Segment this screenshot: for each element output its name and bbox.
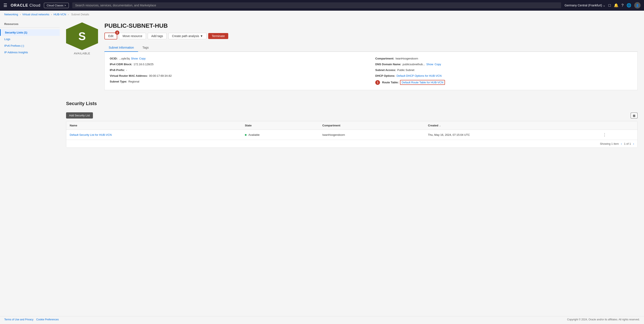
pagination-prev[interactable]: ‹ xyxy=(621,142,622,145)
table-header-row: Name State Compartment Created ⌄ xyxy=(66,121,638,130)
ocid-copy-link[interactable]: Copy xyxy=(139,57,146,60)
right-panel: S AVAILABLE PUBLIC-SUBNET-HUB Edit 2 Mov… xyxy=(60,18,644,316)
hamburger-icon[interactable]: ☰ xyxy=(4,3,7,8)
search-input[interactable] xyxy=(72,2,561,8)
info-col-left: OCID: ...uybr3q Show Copy IPv4 CIDR Bloc… xyxy=(110,57,367,85)
action-buttons: Edit 2 Move resource Add tags Create pat… xyxy=(104,32,638,40)
security-list-header: Security Lists xyxy=(66,101,638,110)
sidebar-item-security-lists[interactable]: Security Lists (1) xyxy=(0,29,60,36)
compartment-row: Compartment: IwanHoogendoorn xyxy=(375,57,632,60)
sidebar-item-ip-address-insights[interactable]: IP Address Insights xyxy=(0,49,60,56)
dns-show-link[interactable]: Show xyxy=(426,63,434,66)
cell-name: Default Security List for HUB-VCN xyxy=(66,130,242,140)
add-security-list-button[interactable]: Add Security List xyxy=(66,112,93,118)
route-table-badge: 1 xyxy=(375,80,380,85)
table-view-toggle[interactable]: ▦ xyxy=(630,112,638,118)
ocid-show-link[interactable]: Show xyxy=(131,57,138,60)
tab-tags[interactable]: Tags xyxy=(138,44,153,52)
ipv4-row: IPv4 CIDR Block: 172.16.0.128/25 xyxy=(110,63,367,66)
ocid-row: OCID: ...uybr3q Show Copy xyxy=(110,57,367,60)
dns-row: DNS Domain Name: publicsubnethub... Show… xyxy=(375,63,632,66)
info-grid: OCID: ...uybr3q Show Copy IPv4 CIDR Bloc… xyxy=(110,57,632,85)
help-icon[interactable]: ? xyxy=(622,3,624,8)
cookie-link[interactable]: Cookie Preferences xyxy=(36,318,58,321)
edit-badge: 2 xyxy=(115,30,119,35)
route-table-highlight: Default Route Table for HUB-VCN xyxy=(400,80,445,85)
breadcrumb-hub-vcn[interactable]: HUB-VCN xyxy=(54,13,66,16)
chevron-down-icon: ⌄ xyxy=(603,4,606,7)
sidebar-item-ipv6-prefixes[interactable]: IPv6 Prefixes (-) xyxy=(0,42,60,49)
footer-right: Copyright © 2024, Oracle and/or its affi… xyxy=(567,318,640,321)
pagination-next[interactable]: › xyxy=(633,142,634,145)
dropdown-arrow-icon: ▼ xyxy=(200,34,203,38)
breadcrumb-sep3: › xyxy=(68,13,70,16)
subnet-type-row: Subnet Type: Regional xyxy=(110,80,367,83)
col-compartment: Compartment xyxy=(319,121,425,130)
hex-container: S AVAILABLE xyxy=(66,22,98,55)
top-navigation: ☰ ORACLE Cloud Cloud Classic > Germany C… xyxy=(0,0,644,11)
oracle-logo: ORACLE Cloud xyxy=(11,3,40,8)
breadcrumb-sep1: › xyxy=(20,13,22,16)
resource-hexagon-icon: S xyxy=(66,22,98,50)
edit-button-wrapper: Edit 2 xyxy=(104,32,117,40)
sort-icon: ⌄ xyxy=(439,124,441,127)
sidebar-resources-title: Resources xyxy=(0,22,60,28)
col-state: State xyxy=(242,121,319,130)
move-resource-button[interactable]: Move resource xyxy=(119,33,146,39)
row-action-menu[interactable]: ⋮ xyxy=(603,132,606,137)
terminate-button[interactable]: Terminate xyxy=(208,33,228,39)
mac-row: Virtual Router MAC Address: 00:00:17:69:… xyxy=(110,74,367,78)
nav-right: Germany Central (Frankfurt) ⌄ □ 🔔 ? 🌐 👤 xyxy=(564,2,640,8)
security-lists-section: Security Lists Add Security List ▦ Name xyxy=(66,101,638,148)
security-lists-table-wrapper: Name State Compartment Created ⌄ xyxy=(66,121,638,148)
col-actions xyxy=(599,121,638,130)
breadcrumb-networking[interactable]: Networking xyxy=(4,13,18,16)
cloud-classic-button[interactable]: Cloud Classic > xyxy=(44,3,69,8)
cloud-shell-icon[interactable]: □ xyxy=(608,3,611,8)
create-path-analysis-button[interactable]: Create path analysis ▼ xyxy=(168,33,207,39)
avatar[interactable]: 👤 xyxy=(634,2,640,8)
add-tags-button[interactable]: Add tags xyxy=(148,33,167,39)
status-dot-icon xyxy=(245,134,246,136)
notification-icon[interactable]: 🔔 xyxy=(614,3,618,8)
cell-row-action: ⋮ xyxy=(599,130,638,140)
table-row: Default Security List for HUB-VCN Availa… xyxy=(66,130,638,140)
footer-left: Terms of Use and Privacy Cookie Preferen… xyxy=(4,318,58,321)
route-table-link[interactable]: Default Route Table for HUB-VCN xyxy=(402,81,444,84)
table-footer: Showing 1 item ‹ 1 of 1 › xyxy=(66,140,638,148)
main-content: Resources Security Lists (1) Logs IPv6 P… xyxy=(0,18,644,316)
resource-name: PUBLIC-SUBNET-HUB xyxy=(104,22,638,29)
breadcrumb: Networking › Virtual cloud networks › HU… xyxy=(0,11,644,18)
language-icon[interactable]: 🌐 xyxy=(626,3,631,8)
cell-compartment: IwanHoogendoorn xyxy=(319,130,425,140)
breadcrumb-vcn[interactable]: Virtual cloud networks xyxy=(22,13,50,16)
resource-status: AVAILABLE xyxy=(74,52,90,55)
dhcp-row: DHCP Options: Default DHCP Options for H… xyxy=(375,74,632,78)
cell-created: Thu, May 16, 2024, 07:15:04 UTC xyxy=(424,130,599,140)
route-table-row: 1 Route Table: Default Route Table for H… xyxy=(375,80,632,85)
security-lists-title: Security Lists xyxy=(66,101,97,106)
breadcrumb-current: Subnet Details xyxy=(71,13,89,16)
subnet-access-row: Subnet Access: Public Subnet xyxy=(375,68,632,72)
security-lists-table: Name State Compartment Created ⌄ xyxy=(66,121,638,140)
col-created[interactable]: Created ⌄ xyxy=(424,121,599,130)
sidebar-item-logs[interactable]: Logs xyxy=(0,36,60,42)
col-name: Name xyxy=(66,121,242,130)
resource-info: PUBLIC-SUBNET-HUB Edit 2 Move resource A… xyxy=(104,22,638,96)
sidebar: Resources Security Lists (1) Logs IPv6 P… xyxy=(0,18,60,316)
security-list-link[interactable]: Default Security List for HUB-VCN xyxy=(70,133,112,136)
cell-state: Available xyxy=(242,130,319,140)
breadcrumb-sep2: › xyxy=(51,13,53,16)
dns-copy-link[interactable]: Copy xyxy=(434,63,441,66)
tabs-container: Subnet Information Tags xyxy=(104,44,638,52)
info-panel: OCID: ...uybr3q Show Copy IPv4 CIDR Bloc… xyxy=(104,52,638,90)
terms-link[interactable]: Terms of Use and Privacy xyxy=(4,318,34,321)
info-col-right: Compartment: IwanHoogendoorn DNS Domain … xyxy=(375,57,632,85)
tab-subnet-information[interactable]: Subnet Information xyxy=(104,44,138,52)
dhcp-link[interactable]: Default DHCP Options for HUB-VCN xyxy=(396,74,442,78)
ipv6-row: IPv6 Prefix: - xyxy=(110,68,367,72)
resource-header: S AVAILABLE PUBLIC-SUBNET-HUB Edit 2 Mov… xyxy=(66,22,638,96)
page-footer: Terms of Use and Privacy Cookie Preferen… xyxy=(0,316,644,323)
grid-view-icon: ▦ xyxy=(633,114,636,117)
region-selector[interactable]: Germany Central (Frankfurt) ⌄ xyxy=(564,4,606,7)
